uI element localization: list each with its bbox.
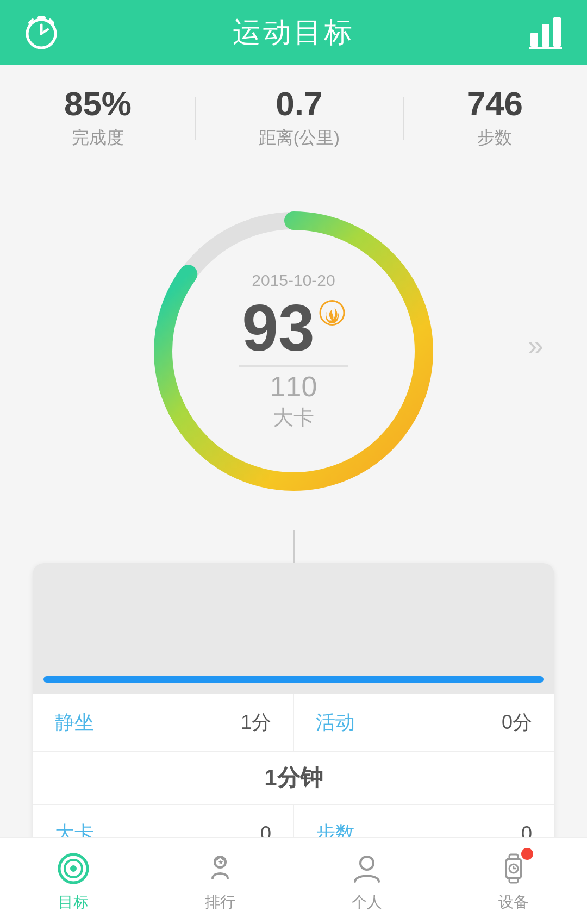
svg-point-22 — [70, 865, 77, 872]
header: 运动目标 — [0, 0, 587, 65]
svg-rect-27 — [509, 854, 518, 859]
bottom-nav: 目标 ★ 排行 个人 — [0, 837, 587, 924]
detail-chevron[interactable]: » — [528, 329, 544, 362]
calories-row: 93 — [242, 295, 345, 360]
activity-steps-value: 0 — [521, 822, 532, 838]
svg-rect-3 — [37, 16, 46, 20]
svg-rect-28 — [509, 878, 518, 883]
device-badge — [521, 848, 533, 860]
bar-chart-icon[interactable] — [526, 12, 565, 53]
gauge-date: 2015-10-20 — [252, 271, 335, 290]
nav-item-rank[interactable]: ★ 排行 — [147, 850, 294, 913]
svg-rect-8 — [553, 17, 561, 47]
activity-progress-bar — [43, 676, 544, 683]
calories-unit: 大卡 — [273, 404, 314, 432]
nav-item-profile[interactable]: 个人 — [294, 850, 440, 913]
activity-steps-label: 步数 — [316, 820, 355, 837]
rank-icon: ★ — [201, 850, 239, 888]
connector — [0, 525, 587, 563]
sitting-cell: 静坐 1分 — [33, 694, 294, 752]
completion-value: 85% — [64, 87, 132, 121]
profile-icon — [348, 850, 386, 888]
nav-item-goal[interactable]: 目标 — [0, 850, 147, 913]
nav-label-profile: 个人 — [352, 892, 382, 913]
stat-divider-1 — [195, 97, 196, 140]
gauge-center: 2015-10-20 93 110 大卡 — [239, 271, 348, 432]
activity-steps-cell: 步数 0 — [294, 804, 554, 837]
nav-label-rank: 排行 — [205, 892, 235, 913]
completion-stat: 85% 完成度 — [64, 87, 132, 150]
distance-label: 距离(公里) — [259, 126, 340, 150]
svg-text:★: ★ — [218, 859, 224, 865]
stat-divider-2 — [403, 97, 404, 140]
activity-card: 静坐 1分 活动 0分 1分钟 大卡 0 步数 0 — [33, 563, 554, 837]
activity-stats-grid: 静坐 1分 活动 0分 — [33, 694, 554, 752]
steps-stat: 746 步数 — [467, 87, 523, 150]
nav-label-goal: 目标 — [58, 892, 89, 913]
page-title: 运动目标 — [233, 14, 354, 52]
nav-label-device: 设备 — [498, 892, 529, 913]
stats-row: 85% 完成度 0.7 距离(公里) 746 步数 — [0, 65, 587, 166]
active-cell: 活动 0分 — [294, 694, 554, 752]
activity-time: 1分钟 — [33, 752, 554, 804]
steps-value: 746 — [467, 87, 523, 121]
connector-line — [293, 530, 295, 563]
svg-rect-6 — [530, 33, 538, 47]
distance-value: 0.7 — [276, 87, 322, 121]
timer-icon — [22, 12, 61, 53]
sitting-value: 1分 — [241, 709, 271, 736]
main-content: 85% 完成度 0.7 距离(公里) 746 步数 — [0, 65, 587, 837]
sitting-label: 静坐 — [55, 709, 94, 736]
svg-rect-7 — [542, 24, 549, 47]
activity-stats-grid-2: 大卡 0 步数 0 — [33, 804, 554, 837]
gauge-wrapper[interactable]: 2015-10-20 93 110 大卡 — [130, 188, 457, 514]
distance-stat: 0.7 距离(公里) — [259, 87, 340, 150]
steps-label: 步数 — [477, 126, 512, 150]
active-value: 0分 — [502, 709, 532, 736]
activity-calories-cell: 大卡 0 — [33, 804, 294, 837]
completion-label: 完成度 — [72, 126, 124, 150]
active-label: 活动 — [316, 709, 355, 736]
nav-item-device[interactable]: 设备 — [440, 850, 587, 913]
activity-chart — [33, 563, 554, 694]
gauge-container: 2015-10-20 93 110 大卡 » — [0, 166, 587, 525]
activity-calories-label: 大卡 — [55, 820, 94, 837]
calories-goal: 110 — [270, 372, 317, 401]
gauge-divider — [239, 366, 348, 367]
svg-point-25 — [360, 857, 373, 870]
goal-icon — [54, 850, 92, 888]
calories-burned: 93 — [242, 295, 314, 360]
activity-calories-value: 0 — [260, 822, 271, 838]
device-icon — [495, 850, 533, 888]
flame-icon — [319, 300, 345, 334]
